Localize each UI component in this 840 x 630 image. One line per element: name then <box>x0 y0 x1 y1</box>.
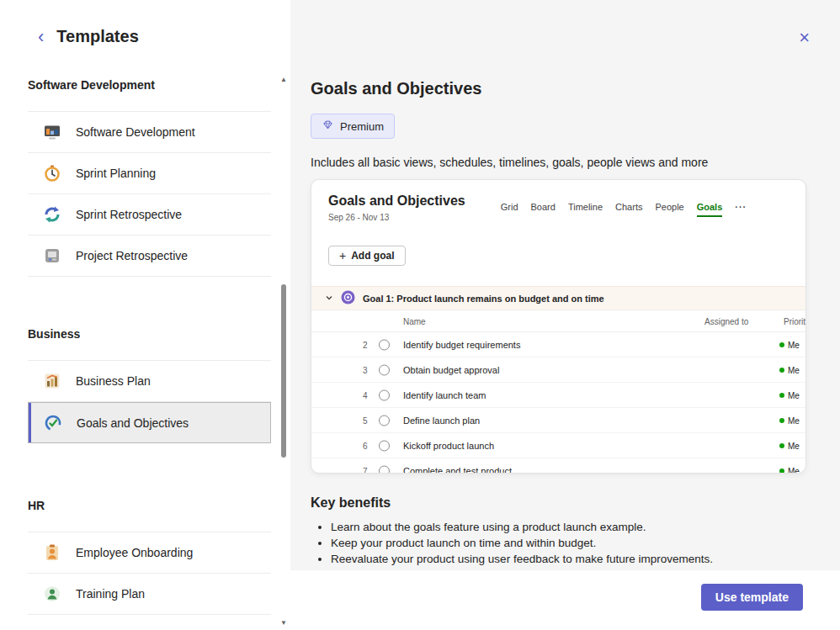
radio-icon <box>379 364 390 375</box>
sidebar-item-business-plan[interactable]: Business Plan <box>28 361 271 402</box>
sidebar-item-sprint-retrospective[interactable]: Sprint Retrospective <box>28 194 271 236</box>
template-description: Includes all basic views, schedules, tim… <box>311 156 806 169</box>
template-detail-panel: × Goals and Objectives Premium Includes … <box>290 0 840 630</box>
page-title: Templates <box>56 27 138 46</box>
table-row: 5 Define launch plan Medium <box>311 408 806 433</box>
sidebar-item-label: Training Plan <box>76 587 145 601</box>
back-icon[interactable]: ‹ <box>38 28 44 46</box>
radio-icon <box>379 389 390 400</box>
radio-icon <box>379 440 390 451</box>
close-button[interactable]: × <box>799 29 810 47</box>
priority-label: Medium <box>788 340 800 349</box>
benefit-item: Learn about the goals feature using a pr… <box>331 521 806 533</box>
row-number: 3 <box>363 365 368 374</box>
table-row: 2 Identify budget requirements Medium <box>311 332 806 357</box>
use-template-button[interactable]: Use template <box>701 584 803 611</box>
plus-icon: + <box>339 250 346 262</box>
table-header-row: Name Assigned to Priority <box>311 310 806 332</box>
priority-label: Medium <box>788 390 800 400</box>
sidebar-scrollbar: ▲ ▼ <box>279 76 288 627</box>
sidebar-item-label: Sprint Planning <box>76 167 156 180</box>
tab-goals: Goals <box>697 202 723 217</box>
template-preview: Goals and Objectives Sep 26 - Nov 13 Gri… <box>311 179 806 474</box>
table-row: 3 Obtain budget approval Medium <box>311 357 806 383</box>
premium-badge: Premium <box>311 114 395 139</box>
close-icon: × <box>799 27 810 48</box>
priority-label: Medium <box>788 365 800 374</box>
priority-dot-icon <box>779 469 784 474</box>
benefits-list: Learn about the goals feature using a pr… <box>311 521 806 565</box>
sidebar-item-employee-onboarding[interactable]: Employee Onboarding <box>28 532 271 574</box>
section-list-hr: Employee Onboarding Training Plan <box>28 532 271 615</box>
project-retrospective-icon <box>41 245 63 267</box>
tab-board: Board <box>531 202 556 215</box>
preview-title: Goals and Objectives <box>328 193 465 209</box>
section-header-business: Business <box>28 327 290 341</box>
sidebar-item-label: Sprint Retrospective <box>76 208 182 221</box>
sidebar-item-label: Goals and Objectives <box>77 416 189 430</box>
section-header-software-development: Software Development <box>28 78 290 92</box>
row-number: 4 <box>363 390 368 400</box>
goal-group-header: Goal 1: Product launch remains on budget… <box>311 286 805 310</box>
scroll-up-icon[interactable]: ▲ <box>279 76 288 83</box>
col-priority: Priority <box>784 316 806 326</box>
goal-icon <box>341 290 355 306</box>
row-number: 5 <box>363 416 368 425</box>
goals-and-objectives-icon <box>42 412 64 434</box>
tab-timeline: Timeline <box>568 202 603 215</box>
add-goal-label: Add goal <box>351 250 394 262</box>
scrollbar-thumb[interactable] <box>281 284 286 458</box>
preview-title-block: Goals and Objectives Sep 26 - Nov 13 <box>328 193 465 222</box>
col-name: Name <box>403 316 426 326</box>
task-name: Kickoff product launch <box>403 441 494 451</box>
more-tabs-icon: ··· <box>735 202 747 212</box>
task-name: Identify budget requirements <box>403 340 520 350</box>
training-plan-icon <box>41 583 63 605</box>
sidebar-item-training-plan[interactable]: Training Plan <box>28 574 271 615</box>
sprint-planning-icon <box>41 162 63 184</box>
row-number: 2 <box>363 340 368 349</box>
sidebar-item-label: Business Plan <box>76 374 151 388</box>
sidebar-item-label: Software Development <box>76 125 195 139</box>
sidebar-item-goals-and-objectives[interactable]: Goals and Objectives <box>28 402 271 443</box>
detail-title: Goals and Objectives <box>311 79 806 98</box>
sidebar-item-project-retrospective[interactable]: Project Retrospective <box>28 236 271 277</box>
radio-icon <box>379 415 390 426</box>
scroll-down-icon[interactable]: ▼ <box>279 619 288 627</box>
task-name: Identify launch team <box>403 390 486 400</box>
priority-label: Medium <box>788 466 800 474</box>
sidebar-header: ‹ Templates <box>0 0 290 46</box>
table-row: 6 Kickoff product launch Medium <box>311 433 806 458</box>
templates-dialog: ‹ Templates Software Development Softwar… <box>0 0 840 630</box>
benefit-item: Reevaluate your product using user feedb… <box>331 553 806 565</box>
employee-onboarding-icon <box>41 542 63 564</box>
table-row: 7 Complete and test product Medium <box>311 458 806 474</box>
radio-icon <box>379 339 390 350</box>
chevron-down-icon <box>325 294 333 304</box>
business-plan-icon <box>41 370 63 392</box>
row-number: 7 <box>363 466 368 474</box>
task-name: Define launch plan <box>403 416 480 426</box>
tab-charts: Charts <box>615 202 642 215</box>
add-goal-button: + Add goal <box>328 246 406 266</box>
section-header-hr: HR <box>28 499 290 512</box>
priority-label: Medium <box>788 416 800 425</box>
section-list-business: Business Plan Goals and Objectives <box>28 360 271 443</box>
templates-sidebar: ‹ Templates Software Development Softwar… <box>0 0 290 630</box>
priority-dot-icon <box>779 443 784 448</box>
premium-label: Premium <box>340 120 384 133</box>
col-assigned-to: Assigned to <box>704 316 748 326</box>
sidebar-item-software-development[interactable]: Software Development <box>28 112 271 153</box>
tab-people: People <box>655 202 683 215</box>
task-name: Obtain budget approval <box>403 365 499 375</box>
priority-dot-icon <box>779 342 784 347</box>
goal-group-title: Goal 1: Product launch remains on budget… <box>363 294 604 304</box>
preview-date-range: Sep 26 - Nov 13 <box>328 213 465 222</box>
software-development-icon <box>41 121 63 143</box>
sidebar-item-label: Project Retrospective <box>76 249 188 262</box>
sidebar-item-sprint-planning[interactable]: Sprint Planning <box>28 153 271 194</box>
preview-tabs: Grid Board Timeline Charts People Goals … <box>501 193 747 222</box>
section-list-software-development: Software Development Sprint Planning Spr… <box>28 111 271 277</box>
radio-icon <box>379 465 390 474</box>
priority-dot-icon <box>779 418 784 423</box>
